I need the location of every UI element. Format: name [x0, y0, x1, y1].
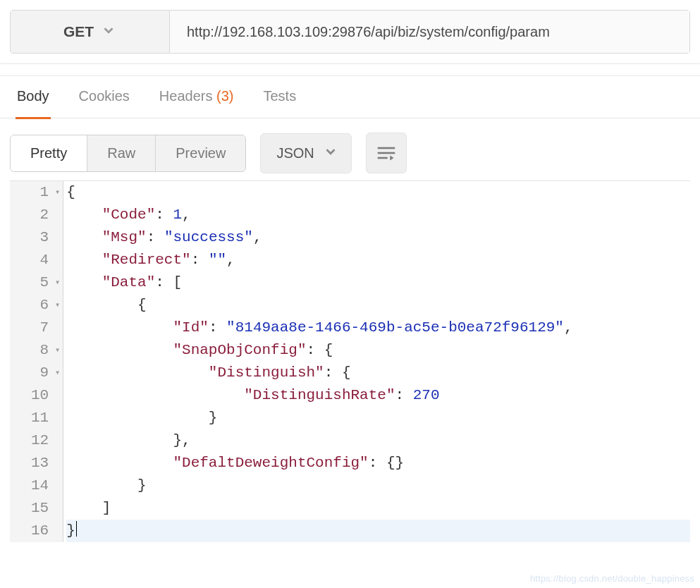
tab-body-label: Body: [17, 88, 49, 104]
response-body-editor[interactable]: 1▾2345▾6▾78▾9▾10111213141516 { "Code": 1…: [10, 180, 690, 542]
code-line[interactable]: "Data": [: [66, 271, 690, 294]
fold-toggle-icon[interactable]: ▾: [51, 181, 60, 204]
tab-tests-label: Tests: [263, 88, 296, 104]
line-number: 7: [31, 317, 60, 339]
tab-tests[interactable]: Tests: [263, 88, 296, 118]
fold-toggle-icon[interactable]: ▾: [51, 294, 60, 317]
line-number: 16: [31, 520, 60, 542]
line-number-gutter: 1▾2345▾6▾78▾9▾10111213141516: [10, 181, 63, 542]
line-number: 10: [31, 384, 60, 407]
code-line[interactable]: "SnapObjConfig": {: [66, 339, 690, 362]
http-method-select[interactable]: GET: [11, 11, 170, 53]
response-tabs: Body Cookies Headers (3) Tests: [0, 76, 700, 118]
code-line[interactable]: {: [66, 294, 690, 317]
code-line[interactable]: }: [66, 407, 690, 429]
view-raw-button[interactable]: Raw: [87, 135, 156, 171]
line-number: 3: [31, 226, 60, 249]
code-line[interactable]: "Id": "8149aa8e-1466-469b-ac5e-b0ea72f96…: [66, 317, 690, 339]
code-line[interactable]: },: [66, 429, 690, 452]
view-pretty-button[interactable]: Pretty: [11, 135, 87, 171]
line-number: 14: [31, 474, 60, 497]
code-line[interactable]: ]: [66, 497, 690, 520]
fold-toggle-icon[interactable]: ▾: [51, 271, 60, 294]
code-line[interactable]: "Msg": "successs",: [66, 226, 690, 249]
line-number: 12: [31, 429, 60, 452]
code-line[interactable]: {: [66, 181, 690, 204]
tab-headers-label: Headers: [159, 88, 213, 104]
line-number: 15: [31, 497, 60, 520]
body-language-label: JSON: [276, 145, 314, 161]
fold-toggle-icon[interactable]: ▾: [51, 362, 60, 384]
url-input[interactable]: [170, 11, 689, 53]
section-divider: [0, 63, 700, 76]
line-number: 2: [31, 204, 60, 226]
line-number: 13: [31, 452, 60, 474]
tab-headers[interactable]: Headers (3): [159, 88, 234, 118]
line-number: 6▾: [31, 294, 60, 317]
line-number: 5▾: [31, 271, 60, 294]
line-number: 9▾: [31, 362, 60, 384]
http-method-label: GET: [63, 23, 94, 40]
code-line[interactable]: }: [66, 520, 690, 542]
line-number: 1▾: [31, 181, 60, 204]
code-line[interactable]: "Distinguish": {: [66, 362, 690, 384]
wrap-icon: [376, 145, 396, 161]
view-preview-button[interactable]: Preview: [156, 135, 245, 171]
body-language-select[interactable]: JSON: [260, 133, 351, 173]
body-view-toolbar: Pretty Raw Preview JSON: [0, 118, 700, 180]
svg-marker-2: [390, 156, 393, 161]
body-view-mode: Pretty Raw Preview: [10, 135, 246, 172]
code-line[interactable]: "DistinguishRate": 270: [66, 384, 690, 407]
code-line[interactable]: "Redirect": "",: [66, 249, 690, 271]
watermark-text: https://blog.csdn.net/double_happiness: [530, 573, 694, 584]
code-line[interactable]: }: [66, 474, 690, 497]
fold-toggle-icon[interactable]: ▾: [51, 339, 60, 362]
tab-body[interactable]: Body: [17, 88, 49, 118]
tab-cookies[interactable]: Cookies: [79, 88, 130, 118]
request-bar: GET: [10, 10, 690, 54]
wrap-lines-button[interactable]: [366, 133, 407, 173]
line-number: 11: [31, 407, 60, 429]
tab-cookies-label: Cookies: [79, 88, 130, 104]
chevron-down-icon: [323, 144, 338, 163]
chevron-down-icon: [101, 23, 116, 42]
text-cursor: [76, 521, 78, 537]
code-line[interactable]: "Code": 1,: [66, 204, 690, 226]
line-number: 8▾: [31, 339, 60, 362]
code-content[interactable]: { "Code": 1, "Msg": "successs", "Redirec…: [63, 181, 690, 542]
line-number: 4: [31, 249, 60, 271]
tab-headers-count: (3): [216, 88, 233, 104]
code-line[interactable]: "DefaltDeweightConfig": {}: [66, 452, 690, 474]
